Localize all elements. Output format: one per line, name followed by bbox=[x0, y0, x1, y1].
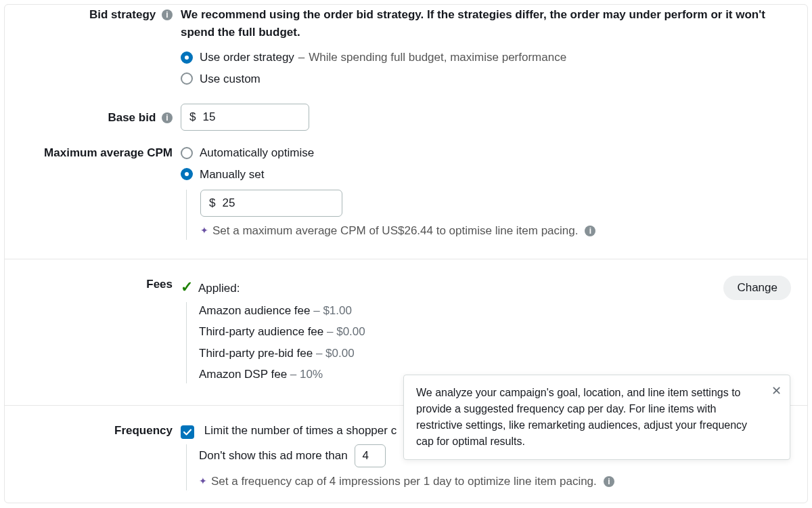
fees-label: Fees bbox=[146, 278, 173, 291]
fee-item: Third-party pre-bid fee – $0.00 bbox=[199, 345, 365, 362]
base-bid-row: Base bid i $ 15 bbox=[21, 102, 791, 131]
fees-list: Amazon audience fee – $1.00 Third-party … bbox=[186, 302, 365, 383]
cpm-option-auto[interactable]: Automatically optimise bbox=[181, 144, 791, 162]
fees-row: Fees ✓Applied: Amazon audience fee – $1.… bbox=[21, 274, 791, 387]
radio-icon bbox=[181, 147, 193, 159]
fee-item: Amazon DSP fee – 10% bbox=[199, 366, 365, 383]
frequency-label: Frequency bbox=[114, 424, 173, 437]
frequency-suggestion: ✦ Set a frequency cap of 4 impressions p… bbox=[199, 473, 791, 490]
sparkle-icon: ✦ bbox=[199, 474, 207, 488]
bid-strategy-option-custom[interactable]: Use custom bbox=[181, 70, 791, 88]
fees-applied: ✓Applied: bbox=[181, 276, 365, 298]
frequency-dont-show-label: Don't show this ad more than bbox=[199, 449, 348, 462]
bid-strategy-option-order[interactable]: Use order strategy – While spending full… bbox=[181, 49, 791, 66]
tooltip-text: We analyze your campaign's goal, locatio… bbox=[416, 387, 747, 447]
frequency-cap-input[interactable]: 4 bbox=[355, 444, 386, 467]
fee-item: Third-party audience fee – $0.00 bbox=[199, 323, 365, 341]
info-icon[interactable]: i bbox=[585, 226, 595, 236]
cpm-manual-group: $ 25 ✦ Set a maximum average CPM of US$2… bbox=[186, 190, 791, 240]
info-icon[interactable]: i bbox=[162, 112, 173, 123]
bid-strategy-note: We recommend using the order bid strateg… bbox=[181, 6, 791, 41]
info-icon[interactable]: i bbox=[604, 476, 614, 487]
checkmark-icon: ✓ bbox=[181, 278, 193, 295]
change-button[interactable]: Change bbox=[723, 276, 791, 300]
bid-strategy-row: Bid strategy i We recommend using the or… bbox=[21, 5, 791, 90]
frequency-checkbox[interactable] bbox=[181, 425, 194, 439]
info-icon[interactable]: i bbox=[162, 9, 173, 20]
max-avg-cpm-label: Maximum average CPM bbox=[44, 146, 173, 159]
cpm-suggestion: ✦ Set a maximum average CPM of US$26.44 … bbox=[200, 222, 791, 240]
radio-icon bbox=[181, 51, 193, 64]
cpm-option-manual[interactable]: Manually set bbox=[181, 166, 791, 184]
sparkle-icon: ✦ bbox=[200, 224, 208, 238]
base-bid-label: Base bid bbox=[108, 111, 156, 124]
radio-icon bbox=[181, 168, 193, 180]
bid-strategy-label: Bid strategy bbox=[89, 8, 156, 21]
frequency-tooltip: ✕ We analyze your campaign's goal, locat… bbox=[403, 375, 790, 460]
fee-item: Amazon audience fee – $1.00 bbox=[199, 302, 365, 320]
radio-icon bbox=[181, 72, 193, 85]
close-icon[interactable]: ✕ bbox=[771, 382, 782, 400]
checkmark-icon bbox=[183, 427, 192, 437]
cpm-input[interactable]: $ 25 bbox=[200, 190, 342, 217]
max-avg-cpm-row: Maximum average CPM Automatically optimi… bbox=[21, 143, 791, 240]
base-bid-input[interactable]: $ 15 bbox=[181, 104, 309, 131]
